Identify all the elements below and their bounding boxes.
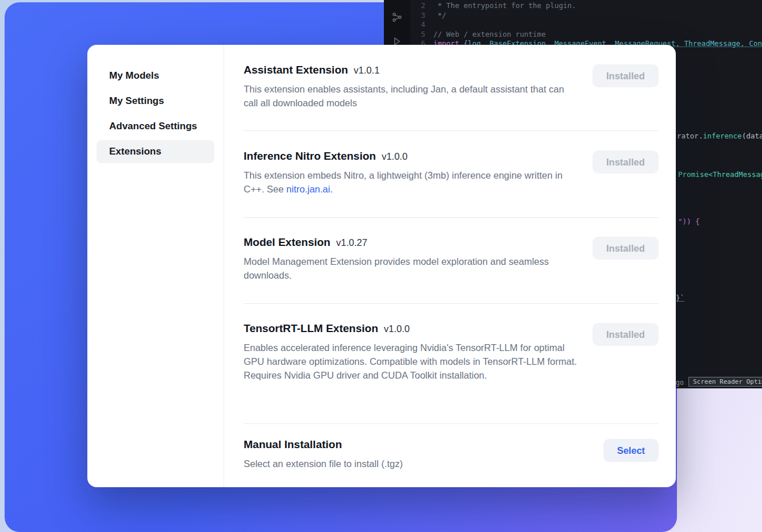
extension-row-assistant: Assistant Extensionv1.0.1 This extension… xyxy=(244,63,659,110)
line-number: 2 xyxy=(410,1,425,11)
select-file-button[interactable]: Select xyxy=(603,439,659,462)
code-text: * The entrypoint for the plugin. xyxy=(433,1,576,11)
sidebar-item-advanced-settings[interactable]: Advanced Settings xyxy=(97,115,214,138)
extension-version: v1.0.0 xyxy=(384,323,410,334)
code-area: 2 * The entrypoint for the plugin. 3 */ … xyxy=(410,1,762,49)
code-text: // Web / extension runtime xyxy=(433,30,546,40)
extension-version: v1.0.27 xyxy=(336,237,367,248)
extension-row-nitro: Inference Nitro Extensionv1.0.0 This ext… xyxy=(244,149,659,196)
status-text: go xyxy=(676,379,684,387)
manual-installation-row: Manual Installation Select an extension … xyxy=(244,438,659,471)
manual-installation-title: Manual Installation xyxy=(244,438,659,452)
code-fragment: rator.inference(data)); xyxy=(677,132,762,140)
extension-row-model: Model Extensionv1.0.27 Model Management … xyxy=(244,236,659,282)
code-line: 3 */ xyxy=(410,11,762,21)
code-line: 5 // Web / extension runtime xyxy=(410,30,762,40)
code-text: */ xyxy=(433,11,447,21)
sidebar-item-my-settings[interactable]: My Settings xyxy=(97,90,214,113)
screen-reader-badge[interactable]: Screen Reader Optimized xyxy=(688,377,762,387)
sidebar-item-extensions[interactable]: Extensions xyxy=(97,140,214,163)
settings-modal: My Models My Settings Advanced Settings … xyxy=(87,45,676,487)
installed-button[interactable]: Installed xyxy=(592,323,659,346)
code-line: 2 * The entrypoint for the plugin. xyxy=(410,1,762,11)
line-number: 4 xyxy=(410,20,425,30)
nitro-link[interactable]: nitro.jan.ai. xyxy=(286,184,333,194)
installed-button[interactable]: Installed xyxy=(592,151,659,174)
divider xyxy=(244,423,659,424)
code-fragment: }` xyxy=(676,294,684,302)
extension-version: v1.0.1 xyxy=(354,65,380,75)
line-number: 5 xyxy=(410,30,425,40)
extension-description: Model Management Extension provides mode… xyxy=(244,255,557,282)
code-fragment: Promise<ThreadMessage xyxy=(678,170,762,179)
line-number: 3 xyxy=(410,11,425,21)
extension-description: Enables accelerated inference leveraging… xyxy=(244,341,580,382)
extension-description: This extension embeds Nitro, a lightweig… xyxy=(244,168,574,196)
code-line: 4 xyxy=(410,20,762,30)
git-graph-icon[interactable] xyxy=(391,11,403,23)
extension-description: This extension enables assistants, inclu… xyxy=(244,82,577,110)
code-fragment: ")) { xyxy=(678,217,700,226)
sidebar-item-my-models[interactable]: My Models xyxy=(97,64,214,87)
extensions-list: Assistant Extensionv1.0.1 This extension… xyxy=(244,45,659,487)
extension-version: v1.0.0 xyxy=(382,151,407,161)
manual-installation-description: Select an extension file to install (.tg… xyxy=(244,457,588,471)
divider xyxy=(244,217,659,218)
divider xyxy=(244,303,659,304)
divider xyxy=(244,130,659,131)
installed-button[interactable]: Installed xyxy=(592,237,659,260)
installed-button[interactable]: Installed xyxy=(592,64,659,87)
extension-row-tensorrt: TensortRT-LLM Extensionv1.0.0 Enables ac… xyxy=(244,322,659,382)
settings-sidebar: My Models My Settings Advanced Settings … xyxy=(87,45,224,487)
